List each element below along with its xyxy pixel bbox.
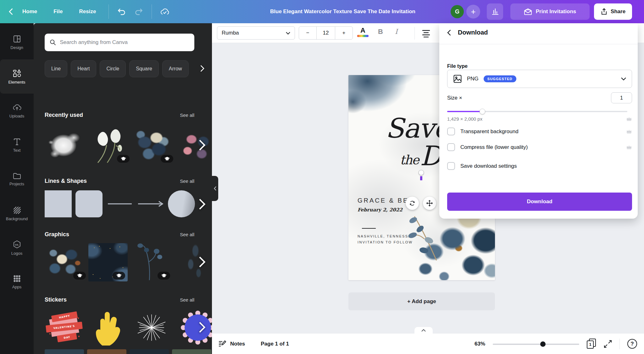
notes-button[interactable]: Notes xyxy=(218,340,245,348)
font-family-dropdown[interactable]: Rumba xyxy=(217,26,295,40)
graphic-thumb-dark-watercolor[interactable] xyxy=(88,243,128,281)
sidebar-item-text[interactable]: Text xyxy=(0,128,34,162)
see-all-link[interactable]: See all xyxy=(180,178,194,184)
move-button[interactable] xyxy=(423,197,436,210)
file-type-label: File type xyxy=(447,63,468,69)
share-button[interactable]: Share xyxy=(594,3,632,20)
menu-file[interactable]: File xyxy=(47,5,69,18)
add-member-button[interactable]: + xyxy=(466,5,480,19)
zoom-slider[interactable] xyxy=(493,341,579,346)
transparent-background-row[interactable]: Transparent background xyxy=(447,128,519,135)
sidebar-item-uploads[interactable]: Uploads xyxy=(0,94,34,128)
shape-square[interactable] xyxy=(45,190,72,217)
compress-file-row[interactable]: Compress file (lower quality) xyxy=(447,143,528,151)
search-box[interactable] xyxy=(45,34,194,51)
see-all-link[interactable]: See all xyxy=(180,232,194,237)
sticker-thumb-starburst[interactable] xyxy=(132,308,171,347)
text-color-button[interactable]: A xyxy=(357,27,369,37)
insights-button[interactable] xyxy=(487,3,503,20)
fullscreen-icon[interactable] xyxy=(604,340,612,348)
save-settings-checkbox[interactable] xyxy=(447,162,455,170)
panel-collapse-handle[interactable] xyxy=(212,176,218,201)
chip-square[interactable]: Square xyxy=(129,60,159,77)
zoom-percent[interactable]: 63% xyxy=(475,341,485,347)
selection-resize-handle[interactable] xyxy=(419,170,424,175)
undo-button[interactable] xyxy=(114,4,129,19)
zoom-slider-thumb[interactable] xyxy=(540,341,546,347)
recently-used-scroll-right-icon[interactable] xyxy=(199,139,206,151)
compress-file-checkbox[interactable] xyxy=(447,143,455,151)
graphic-thumb-blue-floral[interactable] xyxy=(45,243,84,281)
menu-resize[interactable]: Resize xyxy=(72,5,103,18)
graphics-scroll-right-icon[interactable] xyxy=(199,256,206,268)
back-icon[interactable] xyxy=(447,30,451,36)
photo-thumb[interactable] xyxy=(87,349,126,354)
italic-button[interactable]: I xyxy=(395,28,398,35)
redo-button[interactable] xyxy=(131,4,146,19)
save-settings-row[interactable]: Save download settings xyxy=(447,162,517,170)
chip-circle[interactable]: Circle xyxy=(100,60,126,77)
photo-thumb[interactable] xyxy=(172,349,211,354)
size-slider[interactable] xyxy=(447,109,627,114)
photo-thumb[interactable] xyxy=(45,349,84,354)
chip-heart[interactable]: Heart xyxy=(71,60,96,77)
shape-rounded-square[interactable] xyxy=(75,190,103,217)
size-slider-thumb[interactable] xyxy=(480,109,485,114)
download-button[interactable]: Download xyxy=(447,193,632,211)
shape-line[interactable] xyxy=(106,190,133,217)
chip-line[interactable]: Line xyxy=(45,60,67,77)
sticker-thumb-valentines-ribbon[interactable]: HAPPY VALENTINE'S DAY ♥ ♥ ♥ xyxy=(45,308,84,347)
section-stickers: Stickers See all xyxy=(45,297,194,303)
menu-home[interactable]: Home xyxy=(15,5,44,18)
see-all-link[interactable]: See all xyxy=(180,112,194,118)
bold-button[interactable]: B xyxy=(378,28,383,36)
element-thumb-pink-floral[interactable] xyxy=(176,126,212,165)
shapes-scroll-right-icon[interactable] xyxy=(199,199,206,210)
print-invitations-button[interactable]: Print Invitations xyxy=(510,3,590,20)
shape-filter-chips: Line Heart Circle Square Arrow xyxy=(45,60,212,77)
size-multiplier-input[interactable] xyxy=(611,92,632,103)
topbar-left-group: Home File Resize xyxy=(0,4,172,19)
grid-view-button[interactable]: 1 xyxy=(587,339,596,349)
element-thumb-blue-bouquet[interactable] xyxy=(132,126,171,165)
graphic-thumb-blue-sprig[interactable] xyxy=(132,243,171,281)
stickers-scroll-right-icon[interactable] xyxy=(199,322,206,333)
sidebar-item-design[interactable]: Design xyxy=(0,25,34,59)
ribbon-text: HAPPY xyxy=(59,314,70,319)
font-size-value[interactable]: 12 xyxy=(317,27,335,39)
sticker-thumb-pointing-hand[interactable] xyxy=(88,308,128,347)
page-indicator[interactable]: Page 1 of 1 xyxy=(261,341,289,347)
font-size-decrease-button[interactable]: − xyxy=(299,27,317,39)
user-avatar[interactable]: G xyxy=(451,5,464,18)
graphic-thumb-faded-branch[interactable] xyxy=(176,243,212,281)
element-thumb-white-splash[interactable] xyxy=(45,126,84,165)
selection-anchor[interactable] xyxy=(420,176,422,180)
see-all-link[interactable]: See all xyxy=(180,297,194,302)
transparent-background-checkbox[interactable] xyxy=(447,128,455,135)
sidebar-item-apps[interactable]: Apps xyxy=(0,265,34,299)
design-script-the: the xyxy=(400,154,419,169)
sidebar-item-logos[interactable]: co. Logos xyxy=(0,231,34,265)
sidebar-item-projects[interactable]: Projects xyxy=(0,162,34,196)
help-button[interactable]: ? xyxy=(627,339,637,349)
pro-badge xyxy=(161,155,173,163)
rotate-button[interactable] xyxy=(406,197,419,210)
sidebar-item-elements[interactable]: Elements xyxy=(0,59,34,94)
search-input[interactable] xyxy=(60,39,189,46)
cloud-save-status-button[interactable] xyxy=(158,4,172,19)
add-page-button[interactable]: + Add page xyxy=(348,292,495,310)
document-title[interactable]: Blue Elegant Watercolor Texture Save The… xyxy=(270,8,415,15)
photo-thumb[interactable] xyxy=(130,349,169,354)
text-align-button[interactable] xyxy=(422,29,430,37)
element-thumb-white-flowers[interactable] xyxy=(88,126,128,165)
chips-scroll-right-icon[interactable] xyxy=(200,65,204,72)
chip-arrow[interactable]: Arrow xyxy=(162,60,189,77)
file-type-dropdown[interactable]: PNG SUGGESTED xyxy=(447,70,632,88)
bottombar-collapse-tab[interactable] xyxy=(414,327,433,334)
sidebar-item-background[interactable]: Background xyxy=(0,196,34,231)
back-icon[interactable] xyxy=(9,8,13,15)
shape-circle[interactable] xyxy=(168,190,195,217)
shape-arrow[interactable] xyxy=(137,190,164,217)
sticker-thumb-scalloped-badge[interactable] xyxy=(176,308,212,347)
font-size-increase-button[interactable]: + xyxy=(335,27,353,39)
